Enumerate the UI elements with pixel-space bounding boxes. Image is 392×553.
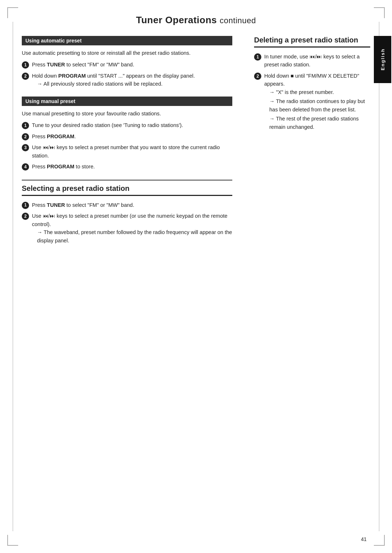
manual-step-4-content: Press PROGRAM to store. <box>32 163 232 171</box>
content-area: Using automatic preset Use automatic pre… <box>22 36 370 251</box>
program-bold-2: PROGRAM <box>47 134 74 139</box>
selecting-step-num-1: 1 <box>22 202 29 209</box>
title-text: Tuner Operations <box>136 15 217 25</box>
manual-step-2-content: Press PROGRAM. <box>32 132 232 140</box>
deleting-steps: 1 In tuner mode, use ⏮/⏭ keys to select … <box>254 53 370 132</box>
selecting-section: Selecting a preset radio station 1 Press… <box>22 180 232 246</box>
deleting-step-num-2: 2 <box>254 73 261 80</box>
next-icon: ⏭ <box>50 144 55 150</box>
deleting-step-num-1: 1 <box>254 53 261 61</box>
auto-step-2-content: Hold down PROGRAM until "START ..." appe… <box>32 72 232 89</box>
deleting-section: Deleting a preset radio station 1 In tun… <box>254 36 370 132</box>
auto-preset-header: Using automatic preset <box>22 36 232 45</box>
selecting-step-2: 2 Use ⏮/⏭ keys to select a preset number… <box>22 212 232 246</box>
corner-mark-tl <box>7 7 18 18</box>
stop-bold: ■ <box>291 73 294 79</box>
manual-step-num-3: 3 <box>22 144 29 151</box>
step-num-2: 2 <box>22 73 29 80</box>
manual-step-3: 3 Use ⏮/⏭ keys to select a preset number… <box>22 143 232 160</box>
page: Tuner Operations continued Using automat… <box>0 0 392 553</box>
manual-step-num-1: 1 <box>22 122 29 129</box>
tuner-bold-1: TUNER <box>47 62 65 67</box>
next-icon-2: ⏭ <box>50 213 55 219</box>
auto-preset-section: Using automatic preset Use automatic pre… <box>22 36 232 89</box>
manual-step-1: 1 Tune to your desired radio station (se… <box>22 121 232 129</box>
tuner-bold-2: TUNER <box>47 202 65 208</box>
manual-step-num-2: 2 <box>22 133 29 140</box>
auto-preset-body: Use automatic presetting to store or rei… <box>22 49 232 57</box>
left-margin-line <box>13 22 13 531</box>
deleting-step-2: 2 Hold down ■ until "FM/MW X DELETED" ap… <box>254 72 370 132</box>
manual-preset-section: Using manual preset Use manual presettin… <box>22 97 232 171</box>
auto-step-2: 2 Hold down PROGRAM until "START ..." ap… <box>22 72 232 89</box>
deleting-step-1-content: In tuner mode, use ⏮/⏭ keys to select a … <box>264 53 370 69</box>
selecting-section-title: Selecting a preset radio station <box>22 184 232 196</box>
manual-preset-header: Using manual preset <box>22 97 232 106</box>
title-continued: continued <box>220 16 256 25</box>
prev-icon: ⏮ <box>43 144 48 150</box>
deleting-section-title: Deleting a preset radio station <box>254 36 370 48</box>
auto-step-1-content: Press TUNER to select "FM" or "MW" band. <box>32 61 232 69</box>
right-margin-line <box>379 22 379 531</box>
corner-mark-br <box>374 535 385 546</box>
selecting-steps: 1 Press TUNER to select "FM" or "MW" ban… <box>22 201 232 246</box>
deleting-arrow-1: "X" is the preset number. <box>264 88 370 96</box>
selecting-step-num-2: 2 <box>22 213 29 220</box>
deleting-arrow-3: The rest of the preset radio stations re… <box>264 115 370 131</box>
deleting-step-2-content: Hold down ■ until "FM/MW X DELETED" appe… <box>264 72 370 132</box>
manual-preset-steps: 1 Tune to your desired radio station (se… <box>22 121 232 171</box>
deleting-step-1: 1 In tuner mode, use ⏮/⏭ keys to select … <box>254 53 370 69</box>
manual-step-2: 2 Press PROGRAM. <box>22 132 232 140</box>
page-number: 41 <box>361 536 367 542</box>
corner-mark-tr <box>374 7 385 18</box>
step-num-1: 1 <box>22 61 29 69</box>
page-title: Tuner Operations continued <box>22 15 370 26</box>
deleting-arrow-2: The radio station continues to play but … <box>264 97 370 114</box>
prev-icon-2: ⏮ <box>43 213 48 219</box>
manual-preset-body: Use manual presetting to store your favo… <box>22 110 232 118</box>
program-bold-1: PROGRAM <box>58 73 86 79</box>
manual-step-1-content: Tune to your desired radio station (see … <box>32 121 232 129</box>
prev-icon-3: ⏮ <box>310 54 315 60</box>
selecting-step-2-arrow: The waveband, preset number followed by … <box>32 228 232 245</box>
manual-step-4: 4 Press PROGRAM to store. <box>22 163 232 171</box>
selecting-step-1: 1 Press TUNER to select "FM" or "MW" ban… <box>22 201 232 209</box>
next-icon-3: ⏭ <box>317 54 322 60</box>
manual-step-3-content: Use ⏮/⏭ keys to select a preset number t… <box>32 143 232 160</box>
selecting-step-2-content: Use ⏮/⏭ keys to select a preset number (… <box>32 212 232 246</box>
auto-step-2-arrow: All previously stored radio stations wil… <box>32 80 232 88</box>
corner-mark-bl <box>7 535 18 546</box>
right-column: English Deleting a preset radio station … <box>247 36 370 251</box>
manual-step-num-4: 4 <box>22 163 29 171</box>
left-column: Using automatic preset Use automatic pre… <box>22 36 247 251</box>
auto-step-1: 1 Press TUNER to select "FM" or "MW" ban… <box>22 61 232 69</box>
program-bold-3: PROGRAM <box>47 164 74 169</box>
auto-preset-steps: 1 Press TUNER to select "FM" or "MW" ban… <box>22 61 232 89</box>
selecting-step-1-content: Press TUNER to select "FM" or "MW" band. <box>32 201 232 209</box>
english-tab: English <box>374 36 391 83</box>
